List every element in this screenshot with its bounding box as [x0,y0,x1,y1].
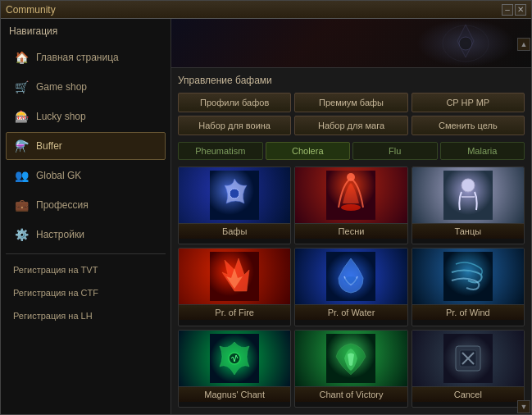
banner-figure [416,19,515,67]
buff-item-wind[interactable]: Pr. of Wind [412,248,525,326]
title-bar: Community – ✕ [1,1,531,19]
cphpmp-button[interactable]: CP HP MP [412,93,525,112]
sidebar-item-lh-label: Регистрация на LH [13,311,93,321]
scroll-down-button[interactable]: ▼ [517,400,530,413]
globalgk-icon: 👥 [13,167,30,184]
buff-thumb-buffs [179,167,290,223]
minimize-button[interactable]: – [502,4,513,16]
buff-item-chant[interactable]: Chant of Victory [294,330,407,408]
buff-item-water[interactable]: Pr. of Water [294,248,407,326]
sidebar-divider [6,253,166,254]
buff-item-cancel[interactable]: Cancel [412,330,525,408]
button-row-2: Набор для воина Набор для мага Сменить ц… [178,116,525,135]
buff-label-chant: Chant of Victory [295,386,407,402]
section-title: Управление бафами [178,75,525,86]
tab-malaria[interactable]: Malaria [440,142,525,160]
sidebar-item-settings-label: Настройки [36,229,84,240]
sidebar-item-profession[interactable]: 💼 Профессия [6,191,166,219]
window-title: Community [6,4,56,16]
tab-cholera[interactable]: Cholera [266,142,351,160]
settings-icon: ⚙️ [13,226,30,243]
buff-item-songs[interactable]: Песни [294,166,407,244]
gameshop-icon: 🛒 [13,79,30,95]
premium-button[interactable]: Премиум бафы [294,93,407,112]
sidebar-item-home[interactable]: 🏠 Главная страница [6,43,166,71]
sidebar-item-home-label: Главная страница [36,52,119,63]
tabs-row: Pheumatism Cholera Flu Malaria [178,142,525,160]
buff-label-buffs: Бафы [179,223,290,239]
buff-thumb-cancel [412,331,524,386]
buff-thumb-water [295,249,407,304]
sidebar-item-globalgk-label: Global GK [36,170,81,181]
svg-point-1 [459,37,472,50]
sidebar-item-ctf-label: Регистрация на CTF [13,288,98,298]
sidebar-item-buffer-label: Buffer [36,140,62,152]
tab-flu[interactable]: Flu [352,142,438,160]
scroll-up-button[interactable]: ▲ [517,38,530,51]
svg-point-3 [230,189,239,198]
buff-thumb-dances [412,167,524,223]
sidebar-item-tvt-label: Регистрация на TVT [13,265,98,275]
sidebar-item-luckyshop[interactable]: 🎰 Lucky shop [6,103,166,130]
sidebar-item-lh[interactable]: Регистрация на LH [6,305,166,326]
buff-label-fire: Pr. of Fire [179,304,290,320]
sidebar-item-tvt[interactable]: Регистрация на TVT [6,259,166,280]
buff-thumb-songs [295,167,407,223]
buff-thumb-wind [412,249,524,304]
tab-pheumatism[interactable]: Pheumatism [178,142,263,160]
sidebar: Навигация 🏠 Главная страница 🛒 Game shop… [1,19,171,414]
svg-point-6 [341,204,361,211]
buff-label-dances: Танцы [412,223,524,239]
sidebar-item-gameshop[interactable]: 🛒 Game shop [6,73,166,101]
buff-item-buffs[interactable]: Бафы [178,166,291,244]
svg-point-11 [344,276,357,285]
button-row-1: Профили бафов Премиум бафы CP HP MP [178,93,525,112]
buff-item-dances[interactable]: Танцы [412,166,525,244]
buff-thumb-magnus [179,331,290,386]
profession-icon: 💼 [13,197,30,213]
sidebar-item-luckyshop-label: Lucky shop [36,111,86,122]
buff-item-magnus[interactable]: Magnus' Chant [178,330,291,408]
buff-label-cancel: Cancel [412,386,524,402]
sidebar-item-profession-label: Профессия [36,199,89,211]
buff-thumb-chant [295,331,407,386]
community-window: Community – ✕ Навигация 🏠 Главная страни… [0,0,532,415]
svg-rect-12 [443,252,493,301]
buff-thumb-fire [179,249,290,304]
content-area: Навигация 🏠 Главная страница 🛒 Game shop… [1,19,531,414]
buff-label-wind: Pr. of Wind [412,304,524,320]
buff-label-water: Pr. of Water [295,304,407,320]
sidebar-item-ctf[interactable]: Регистрация на CTF [6,282,166,303]
close-button[interactable]: ✕ [515,4,526,16]
buff-label-songs: Песни [295,223,407,239]
panel-content: Управление бафами Профили бафов Премиум … [171,68,531,414]
svg-point-5 [347,173,355,181]
window-controls: – ✕ [502,4,526,16]
sidebar-item-gameshop-label: Game shop [36,81,87,93]
svg-rect-7 [443,171,493,220]
buff-label-magnus: Magnus' Chant [179,386,290,402]
main-panel: Управление бафами Профили бафов Премиум … [171,19,531,414]
luckyshop-icon: 🎰 [13,108,30,125]
home-icon: 🏠 [13,49,30,66]
sidebar-item-globalgk[interactable]: 👥 Global GK [6,162,166,189]
warrior-button[interactable]: Набор для воина [178,116,291,135]
buff-grid: Бафы [178,166,525,408]
nav-label: Навигация [6,25,166,37]
svg-point-8 [462,179,475,192]
sidebar-item-buffer[interactable]: ⚗️ Buffer [6,132,166,160]
sidebar-item-settings[interactable]: ⚙️ Настройки [6,221,166,249]
buff-item-fire[interactable]: Pr. of Fire [178,248,291,326]
mage-button[interactable]: Набор для мага [294,116,407,135]
banner [171,19,531,68]
buffer-icon: ⚗️ [13,138,30,154]
changetarget-button[interactable]: Сменить цель [412,116,525,135]
profiles-button[interactable]: Профили бафов [178,93,291,112]
